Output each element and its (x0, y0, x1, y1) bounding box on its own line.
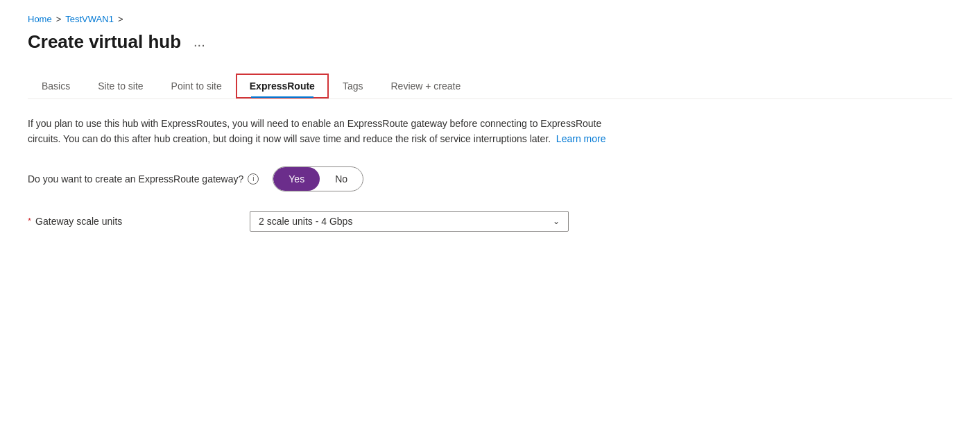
tab-review-create[interactable]: Review + create (377, 74, 475, 99)
tab-site-to-site[interactable]: Site to site (84, 74, 157, 99)
gateway-scale-units-dropdown[interactable]: 2 scale units - 4 Gbps ⌄ (250, 211, 569, 232)
tab-basics[interactable]: Basics (28, 74, 84, 99)
page-title-row: Create virtual hub ... (28, 31, 952, 53)
chevron-down-icon: ⌄ (553, 216, 560, 226)
page-title: Create virtual hub (28, 31, 181, 53)
breadcrumb-separator-1: > (56, 14, 62, 24)
gateway-scale-units-row: * Gateway scale units 2 scale units - 4 … (28, 211, 952, 232)
page-container: Home > TestVWAN1 > Create virtual hub ..… (0, 0, 980, 265)
tabs-container: Basics Site to site Point to site Expres… (28, 74, 952, 99)
tab-point-to-site[interactable]: Point to site (157, 74, 236, 99)
tab-tags[interactable]: Tags (329, 74, 377, 99)
info-icon: i (248, 173, 259, 185)
gateway-question-label: Do you want to create an ExpressRoute ga… (28, 173, 259, 185)
breadcrumb-home[interactable]: Home (28, 14, 52, 24)
tab-expressroute[interactable]: ExpressRoute (236, 74, 329, 99)
ellipsis-button[interactable]: ... (189, 33, 209, 51)
breadcrumb-separator-2: > (118, 14, 123, 24)
breadcrumb: Home > TestVWAN1 > (28, 14, 952, 24)
gateway-scale-units-label: * Gateway scale units (28, 216, 236, 227)
dropdown-selected-value: 2 scale units - 4 Gbps (259, 216, 352, 227)
description-text: If you plan to use this hub with Express… (28, 116, 631, 147)
breadcrumb-testvwan1[interactable]: TestVWAN1 (65, 14, 114, 24)
required-star: * (28, 216, 31, 226)
learn-more-link[interactable]: Learn more (556, 133, 606, 144)
gateway-question-row: Do you want to create an ExpressRoute ga… (28, 166, 952, 191)
gateway-toggle[interactable]: Yes No (273, 166, 363, 191)
toggle-yes[interactable]: Yes (273, 167, 320, 191)
toggle-no[interactable]: No (320, 167, 363, 191)
